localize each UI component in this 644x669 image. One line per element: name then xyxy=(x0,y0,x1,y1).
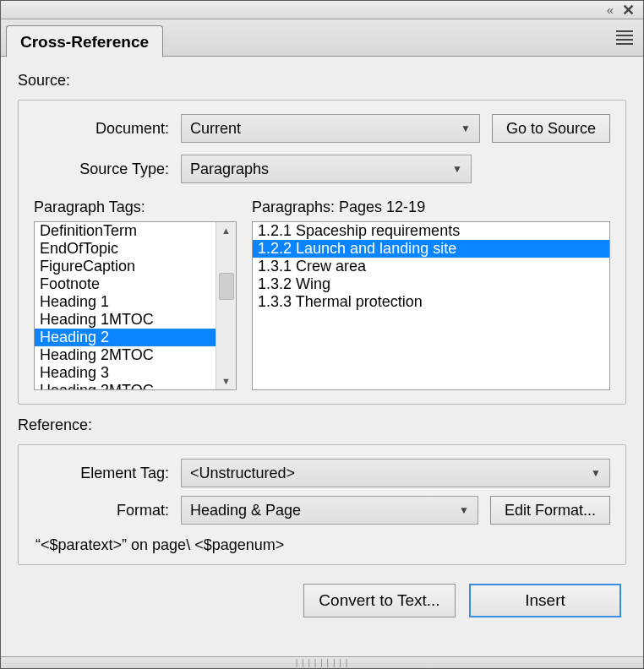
document-label: Document: xyxy=(34,120,169,138)
collapse-icon[interactable]: « xyxy=(607,3,610,17)
list-item[interactable]: 1.2.1 Spaceship requirements xyxy=(253,222,609,240)
element-tag-value: <Unstructured> xyxy=(190,465,295,482)
insert-label: Insert xyxy=(525,591,565,610)
statusbar: | | | | | | | | | xyxy=(1,656,643,668)
paragraph-tags-listbox[interactable]: DefinitionTermEndOfTopicFigureCaptionFoo… xyxy=(34,221,237,390)
scroll-down-icon[interactable]: ▼ xyxy=(221,376,231,386)
source-type-value: Paragraphs xyxy=(190,160,269,178)
list-item[interactable]: Heading 1 xyxy=(35,293,216,311)
convert-to-text-button[interactable]: Convert to Text... xyxy=(303,584,456,617)
goto-source-label: Go to Source xyxy=(506,120,596,138)
reference-section-label: Reference: xyxy=(18,416,626,434)
chevron-down-icon: ▼ xyxy=(459,504,469,516)
document-dropdown[interactable]: Current ▼ xyxy=(181,114,480,143)
edit-format-label: Edit Format... xyxy=(505,502,596,519)
close-icon[interactable]: ✕ xyxy=(622,3,635,18)
chevron-down-icon: ▼ xyxy=(452,163,462,175)
list-item[interactable]: FigureCaption xyxy=(35,258,216,275)
list-item[interactable]: DefinitionTerm xyxy=(35,222,216,240)
scroll-thumb[interactable] xyxy=(219,273,234,300)
scroll-up-icon[interactable]: ▲ xyxy=(221,226,231,236)
list-item[interactable]: Heading 2 xyxy=(35,329,216,346)
reference-group: Element Tag: <Unstructured> ▼ Format: He… xyxy=(18,444,626,565)
list-item[interactable]: Heading 3 xyxy=(35,364,216,382)
source-group: Document: Current ▼ Go to Source Source … xyxy=(18,100,626,405)
paragraph-tags-label: Paragraph Tags: xyxy=(34,195,237,221)
format-label: Format: xyxy=(34,502,169,519)
list-item[interactable]: Heading 2MTOC xyxy=(35,346,216,364)
content-area: Source: Document: Current ▼ Go to Source… xyxy=(1,57,643,656)
document-value: Current xyxy=(190,120,241,138)
source-section-label: Source: xyxy=(18,72,626,90)
tab-cross-reference[interactable]: Cross-Reference xyxy=(6,25,163,57)
convert-label: Convert to Text... xyxy=(319,591,439,610)
hamburger-icon xyxy=(616,30,633,45)
format-dropdown[interactable]: Heading & Page ▼ xyxy=(181,496,478,525)
list-item[interactable]: 1.3.1 Crew area xyxy=(253,258,609,275)
source-type-dropdown[interactable]: Paragraphs ▼ xyxy=(181,155,472,183)
chevron-down-icon: ▼ xyxy=(591,467,601,479)
chevron-down-icon: ▼ xyxy=(461,122,471,134)
list-item[interactable]: 1.3.2 Wing xyxy=(253,275,609,293)
format-template-string: “<$paratext>” on page\ <$pagenum> xyxy=(34,533,610,554)
list-item[interactable]: 1.3.3 Thermal protection xyxy=(253,293,609,311)
element-tag-dropdown[interactable]: <Unstructured> ▼ xyxy=(181,459,610,487)
list-item[interactable]: EndOfTopic xyxy=(35,240,216,258)
scrollbar[interactable]: ▲ ▼ xyxy=(216,222,236,389)
list-item[interactable]: 1.2.2 Launch and landing site xyxy=(253,240,609,258)
list-item[interactable]: Heading 3MTOC xyxy=(35,382,216,389)
titlebar: « ✕ xyxy=(1,1,643,19)
paragraphs-listbox[interactable]: 1.2.1 Spaceship requirements1.2.2 Launch… xyxy=(252,221,610,390)
insert-button[interactable]: Insert xyxy=(469,584,621,617)
tab-strip: Cross-Reference xyxy=(1,19,643,57)
goto-source-button[interactable]: Go to Source xyxy=(492,114,610,143)
panel-menu-button[interactable] xyxy=(616,24,643,56)
list-item[interactable]: Heading 1MTOC xyxy=(35,311,216,329)
resize-grip-icon[interactable]: | | | | | | | | | xyxy=(296,658,349,667)
element-tag-label: Element Tag: xyxy=(34,465,169,482)
edit-format-button[interactable]: Edit Format... xyxy=(490,496,610,525)
paragraphs-label: Paragraphs: Pages 12-19 xyxy=(252,195,610,221)
source-type-label: Source Type: xyxy=(34,160,169,178)
tab-label: Cross-Reference xyxy=(20,33,149,52)
format-value: Heading & Page xyxy=(190,502,301,519)
dialog-footer: Convert to Text... Insert xyxy=(18,574,626,621)
list-item[interactable]: Footnote xyxy=(35,275,216,293)
cross-reference-panel: « ✕ Cross-Reference Source: Document: Cu… xyxy=(0,0,644,669)
